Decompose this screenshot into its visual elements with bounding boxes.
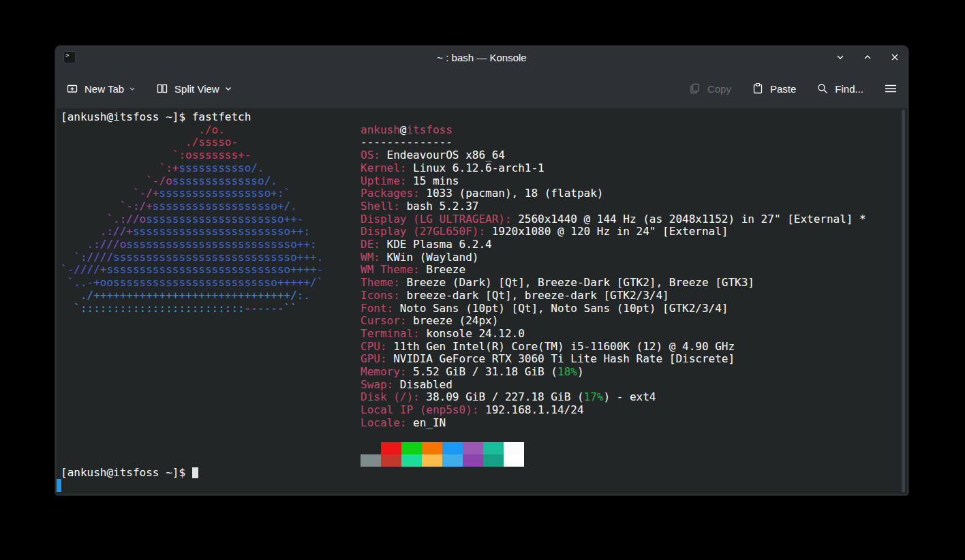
close-icon [889, 52, 900, 63]
shell-prompt: [ankush@itsfoss ~]$ [61, 466, 192, 479]
chevron-down-icon [129, 85, 136, 92]
search-icon [816, 82, 829, 95]
scroll-position-indicator [57, 479, 61, 492]
chevron-down-icon [224, 84, 232, 93]
hamburger-menu-button[interactable] [884, 82, 898, 95]
palette-swatch [442, 454, 463, 467]
close-button[interactable] [889, 52, 900, 63]
palette-swatch [381, 442, 401, 454]
prompt-line-2: [ankush@itsfoss ~]$ [61, 467, 907, 480]
minimize-button[interactable] [835, 52, 846, 63]
palette-swatch [463, 454, 483, 467]
palette-swatch [401, 442, 422, 454]
chevron-down-icon [835, 52, 846, 63]
palette-swatch [361, 454, 381, 467]
typed-command: fastfetch [192, 110, 251, 123]
window-controls [835, 52, 900, 63]
palette-swatch [504, 454, 524, 467]
terminal-color-palette [361, 442, 866, 467]
title-bar[interactable]: > ~ : bash — Konsole [55, 46, 908, 69]
shell-prompt: [ankush@itsfoss ~]$ [61, 110, 192, 123]
palette-swatch [442, 442, 463, 454]
chevron-up-icon [862, 52, 873, 63]
terminal-cursor [192, 467, 198, 478]
terminal-area[interactable]: [ankush@itsfoss ~]$ fastfetch ./o. ./sss… [57, 108, 907, 494]
paste-label: Paste [770, 83, 796, 95]
palette-swatch [463, 442, 483, 454]
fastfetch-info: ankush@itsfoss--------------OS: Endeavou… [361, 124, 866, 430]
palette-swatch [504, 442, 524, 454]
paste-icon [752, 82, 764, 95]
scrollbar[interactable] [902, 110, 905, 493]
find-label: Find... [835, 83, 863, 95]
palette-swatch [483, 442, 504, 454]
palette-swatch [381, 454, 401, 467]
new-tab-label: New Tab [85, 83, 124, 95]
copy-label: Copy [707, 83, 731, 95]
new-tab-button[interactable]: New Tab [66, 82, 136, 95]
maximize-button[interactable] [862, 52, 873, 63]
prompt-line-1: [ankush@itsfoss ~]$ fastfetch [61, 111, 907, 124]
split-view-icon [156, 82, 168, 95]
split-view-label: Split View [174, 83, 219, 95]
palette-swatch [422, 454, 442, 467]
fastfetch-info-column: ankush@itsfoss--------------OS: Endeavou… [361, 124, 866, 467]
palette-swatch [483, 454, 504, 467]
paste-button[interactable]: Paste [752, 82, 796, 95]
window-title: ~ : bash — Konsole [55, 52, 908, 63]
split-view-button[interactable]: Split View [156, 82, 232, 95]
konsole-window: > ~ : bash — Konsole [55, 45, 909, 496]
find-button[interactable]: Find... [816, 82, 863, 95]
copy-button[interactable]: Copy [689, 82, 731, 95]
new-tab-icon [66, 82, 78, 95]
fastfetch-output: ./o. ./sssso- `:osssssss+- `:+ssssssssss… [61, 124, 907, 467]
copy-icon [689, 82, 701, 95]
palette-swatch [361, 442, 381, 454]
palette-swatch [422, 442, 442, 454]
toolbar: New Tab Split View Copy [55, 69, 908, 108]
hamburger-icon [884, 82, 898, 95]
ascii-logo: ./o. ./sssso- `:osssssss+- `:+ssssssssss… [61, 124, 361, 315]
palette-swatch [401, 454, 422, 467]
toolbar-right-group: Copy Paste Find... [689, 82, 898, 95]
